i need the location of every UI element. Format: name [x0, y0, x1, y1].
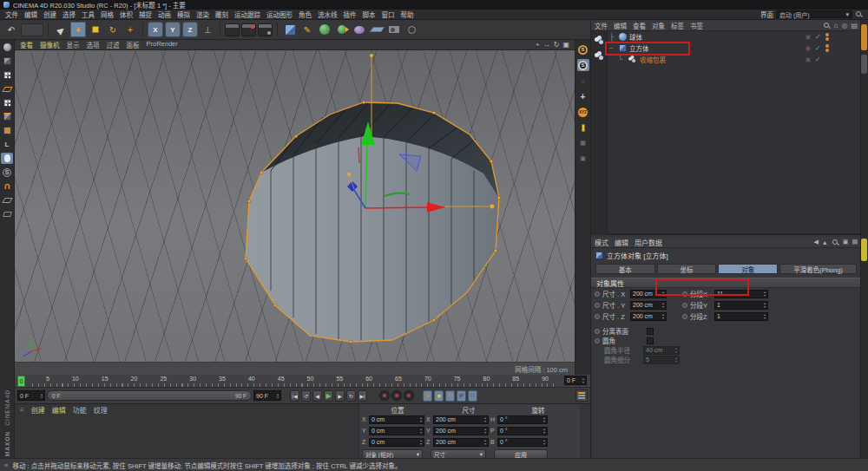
- add-environment-button[interactable]: [369, 22, 385, 37]
- keyframe-dot-icon[interactable]: [595, 338, 600, 343]
- key-scale-toggle[interactable]: ■: [434, 390, 444, 402]
- menu-item-15[interactable]: 流水线: [318, 10, 338, 19]
- material-menu-texture[interactable]: 纹理: [94, 405, 108, 415]
- live-selection-button[interactable]: ▶: [53, 22, 69, 37]
- tab-basic[interactable]: 基本: [595, 264, 655, 274]
- material-menu-create[interactable]: 创建: [31, 405, 45, 415]
- previous-frame-button[interactable]: ◀: [312, 390, 322, 402]
- rotate-tool-button[interactable]: ↻: [105, 22, 121, 37]
- viewport-menu-item-5[interactable]: 面板: [127, 40, 140, 49]
- last-tool-button[interactable]: +: [122, 22, 138, 37]
- menu-item-18[interactable]: 窗口: [382, 10, 395, 19]
- viewport-rotate-icon[interactable]: ↻: [554, 41, 560, 49]
- add-spline-pen-button[interactable]: ✎: [299, 22, 315, 37]
- viewport-menu-item-1[interactable]: 摄像机: [40, 40, 60, 49]
- size-y-field[interactable]: 200 cm: [433, 427, 489, 435]
- grid-settings-icon[interactable]: ▦: [577, 137, 589, 149]
- menu-item-16[interactable]: 插件: [344, 10, 357, 19]
- record-keyframe-button[interactable]: [379, 390, 390, 401]
- tab-phong[interactable]: 平滑着色(Phong): [779, 264, 857, 274]
- history-button[interactable]: [21, 23, 43, 36]
- model-mode-icon[interactable]: [1, 56, 13, 67]
- material-menu-edit[interactable]: 编辑: [52, 405, 66, 415]
- menu-item-8[interactable]: 动画: [158, 10, 171, 19]
- keyframe-dot-icon[interactable]: [682, 303, 687, 308]
- menu-item-0[interactable]: 文件: [5, 10, 18, 19]
- keyframe-dot-icon[interactable]: [595, 303, 600, 308]
- menu-item-9[interactable]: 模拟: [177, 10, 190, 19]
- make-editable-icon[interactable]: [1, 42, 13, 53]
- render-picture-viewer-button[interactable]: [241, 23, 256, 36]
- panel-layout-icon[interactable]: ▤: [852, 239, 858, 245]
- stepper-icon[interactable]: [582, 377, 584, 383]
- y-axis-lock-button[interactable]: Y: [165, 22, 181, 37]
- cube-object-front-face[interactable]: [246, 136, 499, 342]
- menu-item-7[interactable]: 捕捉: [139, 10, 152, 19]
- dock-tab[interactable]: [861, 55, 867, 74]
- edges-mode-icon[interactable]: [1, 111, 13, 122]
- column-layout-icon[interactable]: [577, 121, 589, 134]
- menu-item-17[interactable]: 脚本: [363, 10, 376, 19]
- enabled-check-icon[interactable]: ✓: [815, 56, 821, 63]
- render-settings-button[interactable]: [258, 23, 273, 36]
- snap-settings-icon[interactable]: [1, 153, 13, 164]
- size-z-field[interactable]: 200 cm: [433, 438, 489, 447]
- workplane-mode-icon[interactable]: [1, 83, 13, 95]
- dock-tab-attributes[interactable]: [861, 239, 867, 261]
- lock-icon[interactable]: ▣: [843, 239, 849, 245]
- play-backwards-button[interactable]: ↺: [301, 390, 311, 402]
- workplane-lock-icon[interactable]: [1, 194, 13, 206]
- viewport-menu-item-3[interactable]: 选项: [87, 40, 100, 49]
- menu-item-12[interactable]: 运动跟踪: [234, 10, 260, 19]
- viewport-menu-item-2[interactable]: 显示: [67, 40, 80, 49]
- search-icon[interactable]: [855, 10, 863, 18]
- polygons-mode-icon[interactable]: [1, 125, 13, 136]
- key-rotation-toggle[interactable]: ↻: [445, 390, 455, 402]
- size-y-input[interactable]: 200 cm: [630, 301, 667, 310]
- object-menu-item-1[interactable]: 编辑: [614, 21, 627, 30]
- object-menu-item-3[interactable]: 对象: [652, 21, 665, 30]
- rotation-h-field[interactable]: 0 °: [497, 415, 548, 424]
- add-cube-primitive-button[interactable]: [282, 22, 298, 37]
- attribute-menu-item-0[interactable]: 模式: [595, 238, 608, 247]
- add-light-button[interactable]: [404, 22, 419, 37]
- home-icon[interactable]: ⌂: [834, 22, 838, 29]
- goto-start-button[interactable]: |◀: [290, 390, 299, 402]
- menu-item-14[interactable]: 角色: [299, 10, 312, 19]
- visibility-dots[interactable]: [825, 44, 829, 52]
- add-field-button[interactable]: [352, 22, 367, 37]
- up-icon[interactable]: ▲: [822, 239, 828, 245]
- timeline-ruler[interactable]: 0 51015202530354045505560657075808590 0 …: [15, 375, 590, 388]
- play-button[interactable]: ▶: [324, 390, 333, 402]
- x-axis-lock-button[interactable]: X: [148, 22, 163, 37]
- points-mode-icon[interactable]: [1, 97, 13, 108]
- bounds-handle-top[interactable]: [370, 54, 373, 57]
- render-view-button[interactable]: [225, 23, 240, 36]
- add-camera-button[interactable]: [386, 22, 402, 37]
- viewport-canvas[interactable]: [15, 50, 575, 362]
- visibility-dots[interactable]: [825, 33, 829, 41]
- layer-chip[interactable]: [806, 57, 811, 62]
- autokey-button[interactable]: [391, 390, 402, 401]
- rotation-p-field[interactable]: 0 °: [497, 427, 548, 435]
- frame-selection-icon[interactable]: ▣: [577, 153, 589, 165]
- menu-item-2[interactable]: 创建: [43, 10, 56, 19]
- render-settings-icon[interactable]: S: [577, 43, 589, 56]
- attribute-menu-item-2[interactable]: 用户数据: [635, 238, 662, 247]
- key-parameter-toggle[interactable]: P: [457, 390, 466, 402]
- object-menu-item-5[interactable]: 书签: [690, 21, 703, 30]
- panel-menu-icon[interactable]: ≡: [20, 406, 24, 414]
- object-search-icon[interactable]: [823, 22, 831, 29]
- rotation-b-field[interactable]: 0 °: [497, 438, 548, 447]
- keyframe-dot-icon[interactable]: [595, 329, 600, 334]
- enabled-check-icon[interactable]: ✓: [815, 44, 821, 52]
- object-row-cube[interactable]: − 立方体 ✓: [608, 43, 852, 54]
- snapping-magnet-icon[interactable]: U: [1, 180, 13, 192]
- menu-item-13[interactable]: 运动图形: [266, 10, 293, 19]
- animation-layers-icon[interactable]: [575, 389, 588, 402]
- menu-item-4[interactable]: 工具: [82, 10, 95, 19]
- menu-item-6[interactable]: 体积: [120, 10, 133, 19]
- position-z-field[interactable]: 0 cm: [369, 438, 424, 447]
- gizmo-x-axis[interactable]: [365, 207, 430, 208]
- layout-preset-dropdown[interactable]: 启动 (用户)▾: [776, 10, 852, 18]
